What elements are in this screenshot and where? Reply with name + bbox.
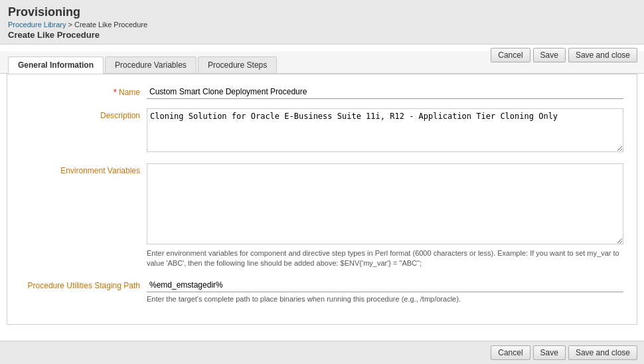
name-control-wrap [147,85,623,99]
description-label: Description [21,108,147,120]
bottom-toolbar: Cancel Save Save and close [0,341,644,364]
page-subtitle: Create Like Procedure [8,30,636,40]
name-label: * Name [21,85,147,97]
content-area: * Name Description Cloning Solution for … [7,74,637,325]
bottom-save-button[interactable]: Save [533,345,566,360]
bottom-cancel-button[interactable]: Cancel [491,345,530,360]
env-vars-row: Environment Variables Enter environment … [21,163,623,269]
staging-path-hint: Enter the target's complete path to plac… [147,294,623,304]
env-vars-label: Environment Variables [21,163,147,175]
name-required-indicator: * [114,88,119,97]
top-cancel-button[interactable]: Cancel [491,48,530,62]
name-row: * Name [21,85,623,99]
breadcrumb-current: Create Like Procedure [74,21,147,29]
top-toolbar: Cancel Save Save and close [491,48,637,62]
env-vars-hint: Enter environment variables for componen… [147,248,623,269]
page-title: Provisioning [8,5,636,19]
tab-procedure-variables[interactable]: Procedure Variables [105,56,197,73]
env-vars-control-wrap: Enter environment variables for componen… [147,163,623,269]
staging-path-input[interactable] [147,278,623,292]
page-header: Provisioning Procedure Library > Create … [0,0,644,45]
bottom-save-close-button[interactable]: Save and close [568,345,637,360]
env-vars-textarea[interactable] [147,163,623,244]
tab-general-information[interactable]: General Information [8,56,104,74]
staging-path-control-wrap: Enter the target's complete path to plac… [147,278,623,304]
breadcrumb-link[interactable]: Procedure Library [8,21,66,29]
tab-procedure-steps[interactable]: Procedure Steps [198,56,277,73]
description-textarea[interactable]: Cloning Solution for Oracle E-Business S… [147,108,623,152]
top-save-button[interactable]: Save [533,48,566,62]
breadcrumb-separator: > [68,21,72,29]
name-input[interactable] [147,85,623,99]
staging-path-label: Procedure Utilities Staging Path [21,278,147,290]
description-control-wrap: Cloning Solution for Oracle E-Business S… [147,108,623,154]
description-row: Description Cloning Solution for Oracle … [21,108,623,154]
staging-path-row: Procedure Utilities Staging Path Enter t… [21,278,623,304]
top-save-close-button[interactable]: Save and close [568,48,637,62]
breadcrumb: Procedure Library > Create Like Procedur… [8,21,636,29]
